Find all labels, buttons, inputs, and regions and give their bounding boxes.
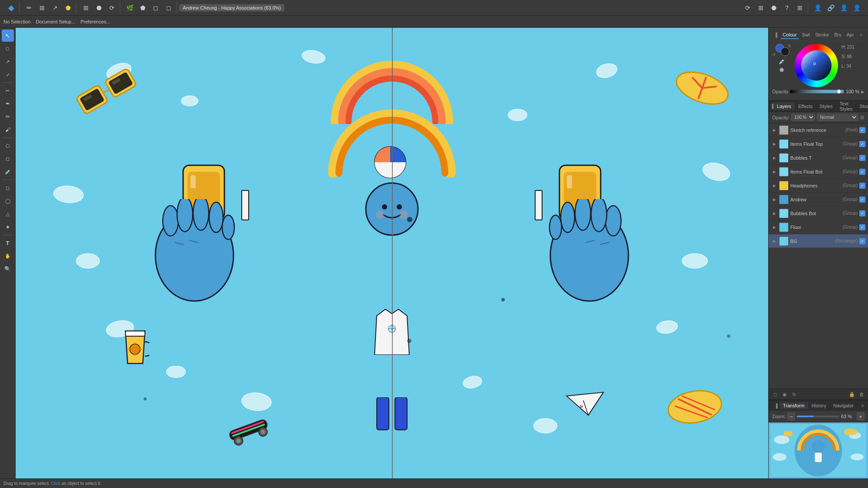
- layer-visible-ift[interactable]: ✓: [859, 141, 865, 147]
- swap-colors-icon[interactable]: ⇅: [788, 44, 791, 48]
- layer-mask-icon[interactable]: ◻: [771, 390, 779, 398]
- apr-tab[interactable]: Apr: [845, 31, 855, 39]
- pixel-persona-btn[interactable]: ⊞: [36, 2, 48, 14]
- eyedropper-tool[interactable]: 💉: [2, 166, 14, 178]
- colour-tab[interactable]: Colour: [781, 31, 798, 39]
- layers-list[interactable]: ▶ Sketch reference (Pixel) ✓ ▶ Items Flo…: [769, 123, 868, 389]
- zoom-slider[interactable]: [797, 416, 839, 417]
- pen-tool[interactable]: ✒: [2, 98, 14, 110]
- layer-visible-sketch[interactable]: ✓: [859, 127, 865, 133]
- text-tool[interactable]: T: [2, 237, 14, 249]
- brs-tab[interactable]: Brs: [832, 31, 843, 39]
- layer-bubbles-bot[interactable]: ▶ Bubbles Bot (Group) ✓: [769, 206, 868, 220]
- zoom-out-btn[interactable]: −: [787, 413, 795, 420]
- user-avatar-btn[interactable]: 👤: [812, 2, 824, 14]
- layer-fx-icon[interactable]: fx: [790, 390, 798, 398]
- fill-tool[interactable]: ⬡: [2, 140, 14, 152]
- bottom-panel-collapse-btn[interactable]: ▐: [773, 402, 779, 409]
- extra-persona-btn[interactable]: ⬟: [62, 2, 74, 14]
- opacity-expand-arrow[interactable]: ▶: [861, 89, 865, 94]
- corner-tool[interactable]: ↗: [2, 56, 14, 68]
- layer-visible-bt[interactable]: ✓: [859, 155, 865, 161]
- layer-opacity-select[interactable]: 100 % 75 % 50 %: [791, 114, 815, 121]
- colour-panel-menu-btn[interactable]: ≡: [858, 31, 865, 38]
- layer-items-float-bot[interactable]: ▶ Items Float Bot (Group) ✓: [769, 165, 868, 179]
- layer-bubbles-t[interactable]: ▶ Bubbles T (Group) ✓: [769, 151, 868, 165]
- layer-expand-sketch[interactable]: ▶: [771, 127, 777, 133]
- layer-expand-ift[interactable]: ▶: [771, 141, 777, 147]
- layer-sketch-reference[interactable]: ▶ Sketch reference (Pixel) ✓: [769, 123, 868, 137]
- view-btn-3[interactable]: ⟳: [106, 2, 118, 14]
- layer-visible-bb[interactable]: ✓: [859, 210, 865, 216]
- layer-expand-ifb[interactable]: ▶: [771, 169, 777, 175]
- bottom-panel-menu-btn[interactable]: ≡: [859, 402, 866, 409]
- minimap[interactable]: [769, 422, 868, 478]
- panel-collapse-btn[interactable]: ▐: [772, 31, 779, 38]
- pencil-tool[interactable]: ✏: [2, 111, 14, 123]
- navigator-tab[interactable]: Navigator: [830, 402, 857, 409]
- layer-expand-andrew[interactable]: ▶: [771, 197, 777, 203]
- arrange-btn[interactable]: ⊞: [794, 2, 806, 14]
- layer-expand-floor[interactable]: ▶: [771, 224, 777, 230]
- layers-panel-collapse-btn[interactable]: ▐: [770, 103, 773, 110]
- rectangle-tool[interactable]: ◻: [2, 182, 14, 194]
- layer-bg[interactable]: ▶ BG (Rectangle) ✓: [769, 234, 868, 248]
- layer-andrew[interactable]: ▶ Andrew (Group) ✓: [769, 193, 868, 206]
- text-styles-tab[interactable]: Text Styles: [836, 101, 856, 113]
- view-btn-1[interactable]: ⊞: [80, 2, 92, 14]
- node-tool[interactable]: ⬡: [2, 43, 14, 55]
- layer-visible-andrew[interactable]: ✓: [859, 197, 865, 203]
- effects-tab[interactable]: Effects: [795, 102, 816, 110]
- view-btn-2[interactable]: ⬣: [93, 2, 105, 14]
- layer-add-icon[interactable]: 🗑: [858, 390, 865, 398]
- ellipse-tool[interactable]: ◯: [2, 195, 14, 207]
- draw-persona-btn[interactable]: ✏: [23, 2, 35, 14]
- canvas-artwork[interactable]: ♥: [16, 28, 768, 478]
- layer-visible-floor[interactable]: ✓: [859, 224, 865, 230]
- brush-tool[interactable]: 🖌: [2, 124, 14, 136]
- action-btn-1[interactable]: 🌿: [124, 2, 136, 14]
- stroke-tab[interactable]: Stroke: [813, 31, 831, 39]
- document-setup-label[interactable]: Document Setup...: [36, 19, 75, 24]
- reset-colors-icon[interactable]: ↺: [772, 52, 776, 57]
- layer-expand-bt[interactable]: ▶: [771, 155, 777, 161]
- action-btn-4[interactable]: ◻: [163, 2, 175, 14]
- layer-items-float-top[interactable]: ▶ Items Float Top (Group) ✓: [769, 137, 868, 151]
- sync-btn[interactable]: 👤: [838, 2, 850, 14]
- smudge-tool[interactable]: ✋: [2, 250, 14, 262]
- eyedropper-color-icon[interactable]: 💉: [778, 58, 785, 65]
- preferences-label[interactable]: Preferences...: [80, 19, 110, 24]
- zoom-tool[interactable]: 🔍: [2, 263, 14, 275]
- layer-floor[interactable]: ▶ Floor (Group) ✓: [769, 220, 868, 234]
- crop-tool[interactable]: ✂: [2, 85, 14, 97]
- layer-gear-btn[interactable]: ⚙: [860, 115, 865, 121]
- layer-expand-hp[interactable]: ▶: [771, 183, 777, 189]
- canvas-content[interactable]: ♥: [16, 28, 768, 478]
- background-color[interactable]: [781, 47, 789, 56]
- grid-btn[interactable]: ⊞: [755, 2, 767, 14]
- transform-tab[interactable]: Transform: [779, 402, 808, 409]
- action-btn-2[interactable]: ⬟: [137, 2, 149, 14]
- create-gradient-icon[interactable]: ⬟: [778, 66, 785, 73]
- swt-tab[interactable]: Swt: [800, 31, 812, 39]
- search-btn[interactable]: ⟳: [742, 2, 754, 14]
- pointer-tool[interactable]: ↖: [2, 29, 14, 42]
- blend-mode-select[interactable]: Normal Multiply Screen: [817, 114, 858, 121]
- account-btn[interactable]: 👤: [851, 2, 863, 14]
- transform-tool[interactable]: ⤢: [2, 69, 14, 81]
- color-wheel[interactable]: [795, 44, 838, 87]
- stock-tab[interactable]: Stock: [856, 102, 868, 110]
- help-btn[interactable]: ?: [781, 2, 793, 14]
- share-btn[interactable]: 🔗: [825, 2, 837, 14]
- layer-expand-bb[interactable]: ▶: [771, 210, 777, 216]
- layer-visible-ifb[interactable]: ✓: [859, 169, 865, 175]
- layer-pixel-icon[interactable]: ◉: [781, 390, 789, 398]
- layer-headphones[interactable]: ▶ Headphones (Group) ✓: [769, 179, 868, 193]
- gradient-tool[interactable]: ◻: [2, 153, 14, 165]
- layers-tab[interactable]: Layers: [773, 102, 795, 110]
- triangle-tool[interactable]: △: [2, 208, 14, 220]
- layer-expand-bg[interactable]: ▶: [771, 238, 777, 244]
- star-tool[interactable]: ★: [2, 221, 14, 233]
- export-persona-btn[interactable]: ↗: [49, 2, 61, 14]
- action-btn-3[interactable]: ◻: [150, 2, 162, 14]
